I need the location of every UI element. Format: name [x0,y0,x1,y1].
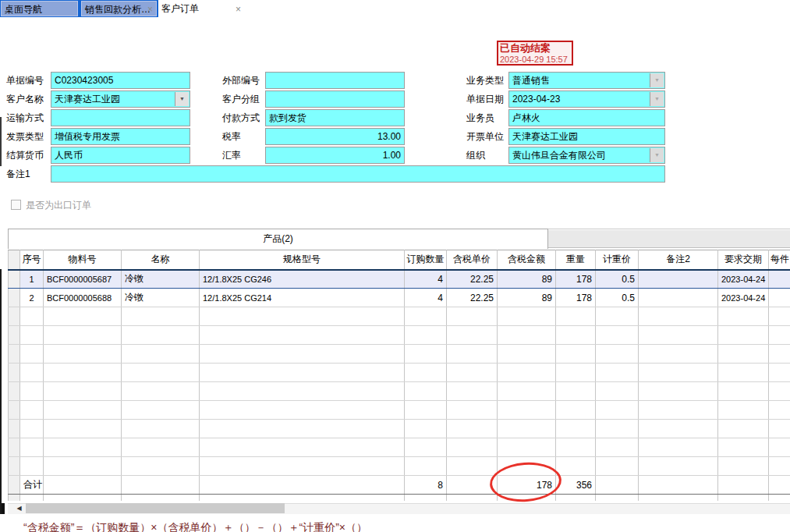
cell-spec[interactable]: 12/1.8X25 CG246 [200,270,405,289]
cell-per-item[interactable] [769,289,790,307]
cell-amount[interactable]: 89 [498,289,556,307]
row-selector [9,476,20,495]
row-selector-header[interactable] [9,250,20,270]
cell-spec[interactable]: 12/1.8X25 CG214 [200,289,405,307]
cell-delivery[interactable]: 2023-04-24 [718,270,769,289]
settlement-currency-field[interactable]: 人民币 [51,147,190,164]
total-label: 合计 [20,476,44,495]
clipped-footer-text: “含税金额”＝（订购数量）×（含税单价）＋（）－（）＋“计重价”×（） [23,521,569,532]
col-header-qty[interactable]: 订购数量 [405,250,447,270]
close-icon[interactable]: × [236,1,241,17]
export-order-checkbox[interactable] [11,200,21,210]
empty-table-row [9,326,790,345]
customer-group-field[interactable] [265,90,405,108]
doc-number-field[interactable]: C0230423005 [51,72,190,89]
business-type-label: 业务类型 [466,74,504,87]
tab-customer-order[interactable]: 客户订单 × [158,0,244,17]
cell-material[interactable]: BCF0000005687 [44,270,122,289]
col-header-no[interactable]: 序号 [20,250,44,270]
cell-qty[interactable]: 4 [405,270,447,289]
doc-date-value: 2023-04-23 [512,94,560,105]
transport-method-label: 运输方式 [6,112,44,124]
doc-date-combobox[interactable]: 2023-04-23 ▼ [508,90,665,108]
col-header-price[interactable]: 含税单价 [447,250,498,270]
cell-remark2[interactable] [639,270,718,289]
salesperson-field[interactable]: 卢林火 [508,109,665,126]
row-selector[interactable] [9,289,20,307]
col-header-spec[interactable]: 规格型号 [200,250,405,270]
invoice-type-field[interactable]: 增值税专用发票 [51,128,190,145]
empty-table-row [9,307,790,326]
cell-weight-price[interactable]: 0.5 [596,270,639,289]
product-tabbar-filler [548,230,790,248]
col-header-weight[interactable]: 重量 [556,250,596,270]
exchange-rate-label: 汇率 [222,149,241,161]
tab-desktop-nav[interactable]: 桌面导航 [1,1,78,16]
cell-price[interactable]: 22.25 [447,270,498,289]
col-header-amount[interactable]: 含税金额 [498,250,556,270]
cell-name[interactable]: 冷镦 [122,270,200,289]
cell-weight[interactable]: 178 [556,289,596,307]
doc-number-label: 单据编号 [6,74,44,87]
scrollbar-thumb[interactable] [26,503,285,513]
auto-closed-stamp: 已自动结案 2023-04-29 15:57 [497,41,573,66]
business-type-combobox[interactable]: 普通销售 ▼ [508,72,665,89]
cell-remark2[interactable] [639,289,718,307]
exchange-rate-field[interactable]: 1.00 [265,147,405,164]
billing-unit-field[interactable]: 天津赛达工业园 [508,128,665,145]
cell-qty[interactable]: 4 [405,289,447,307]
col-header-per-item[interactable]: 每件 [769,250,790,270]
cell-weight[interactable]: 178 [556,270,596,289]
empty-table-row [9,382,790,401]
empty-table-row [9,438,790,457]
empty-table-row [9,420,790,438]
col-header-weight-price[interactable]: 计重价 [596,250,639,270]
tab-products[interactable]: 产品(2) [8,229,548,249]
remark1-label: 备注1 [6,168,30,180]
customer-group-label: 客户分组 [222,93,260,105]
total-weight: 356 [556,476,596,495]
customer-name-label: 客户名称 [6,93,44,105]
cell-no[interactable]: 1 [20,270,44,289]
chevron-down-icon[interactable]: ▼ [650,73,664,87]
cell-per-item[interactable] [769,270,790,289]
total-qty: 8 [405,476,447,495]
total-row: 合计 8 178 356 [9,476,790,495]
tab-sales-payment-analysis[interactable]: 销售回款分析… × [81,1,157,16]
chevron-down-icon[interactable]: ▼ [650,148,664,162]
tax-rate-field[interactable]: 13.00 [265,128,405,145]
tab-label: 客户订单 [161,3,199,14]
cell-price[interactable]: 22.25 [447,289,498,307]
col-header-material[interactable]: 物料号 [44,250,122,270]
payment-method-field[interactable]: 款到发货 [265,109,405,126]
col-header-delivery[interactable]: 要求交期 [718,250,769,270]
scroll-left-arrow-icon[interactable]: ◀ [13,503,25,514]
doc-date-label: 单据日期 [466,93,504,105]
cell-amount[interactable]: 89 [498,270,556,289]
remark1-field[interactable] [51,165,665,183]
table-row[interactable]: 1 BCF0000005687 冷镦 12/1.8X25 CG246 4 22.… [9,270,790,289]
customer-name-combobox[interactable]: 天津赛达工业园 ▼ [51,90,190,108]
chevron-down-icon[interactable]: ▼ [175,92,189,106]
close-icon[interactable]: × [147,2,153,16]
cell-weight-price[interactable]: 0.5 [596,289,639,307]
col-header-remark2[interactable]: 备注2 [639,250,718,270]
invoice-type-label: 发票类型 [6,130,44,143]
tab-label: 桌面导航 [5,4,42,15]
external-number-field[interactable] [265,72,405,89]
cell-no[interactable]: 2 [20,289,44,307]
salesperson-label: 业务员 [466,112,494,124]
col-header-name[interactable]: 名称 [122,250,200,270]
export-order-label: 是否为出口订单 [26,199,91,212]
cell-name[interactable]: 冷镦 [122,289,200,307]
table-row[interactable]: 2 BCF0000005688 冷镦 12/1.8X25 CG214 4 22.… [9,289,790,307]
transport-method-field[interactable] [51,109,190,126]
organization-combobox[interactable]: 黄山伟旦合金有限公司 ▼ [508,147,665,164]
chevron-down-icon[interactable]: ▼ [650,92,664,106]
cell-delivery[interactable]: 2023-04-24 [718,289,769,307]
payment-method-label: 付款方式 [222,112,260,124]
cell-material[interactable]: BCF0000005688 [44,289,122,307]
empty-table-row [9,345,790,364]
row-selector[interactable] [9,270,20,289]
settlement-currency-label: 结算货币 [6,149,44,161]
